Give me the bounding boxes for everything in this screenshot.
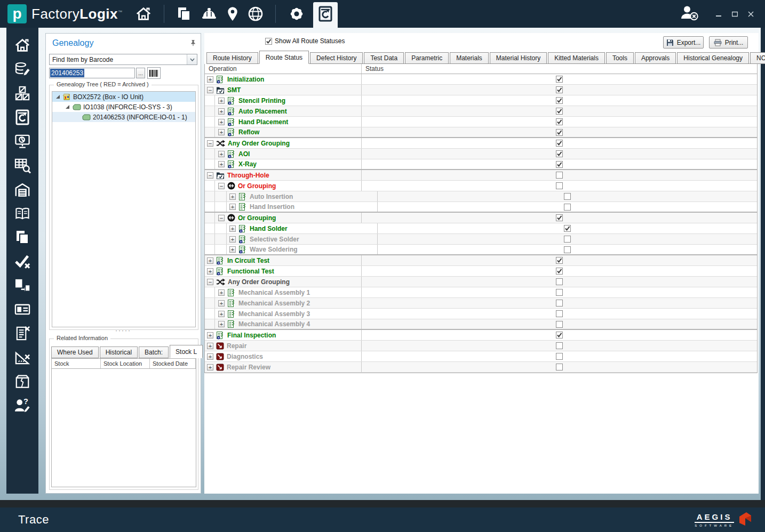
status-checkbox[interactable] bbox=[564, 246, 571, 253]
status-checkbox[interactable] bbox=[556, 257, 563, 264]
status-checkbox[interactable] bbox=[564, 225, 571, 232]
table-row[interactable]: +Mechanical Assembly 4 bbox=[205, 319, 757, 330]
table-row[interactable]: +Mechanical Assembly 3 bbox=[205, 309, 757, 319]
sidebar-item-home[interactable] bbox=[6, 33, 38, 57]
expander-expand-icon[interactable]: + bbox=[218, 98, 225, 104]
expander-expand-icon[interactable]: + bbox=[207, 268, 213, 275]
table-row[interactable]: −Or Grouping bbox=[205, 181, 757, 191]
sidebar-item-ask-expert[interactable]: ? bbox=[6, 393, 38, 417]
table-row[interactable]: +Repair Review bbox=[205, 362, 757, 373]
related-tab-historical[interactable]: Historical bbox=[100, 346, 138, 358]
sidebar-item-table-search[interactable] bbox=[6, 153, 38, 177]
table-row[interactable]: −Any Order Grouping bbox=[205, 138, 757, 149]
table-row[interactable]: −Or Grouping bbox=[205, 213, 757, 223]
pin-icon[interactable] bbox=[190, 39, 196, 49]
table-row[interactable]: +Diagnostics bbox=[205, 351, 757, 362]
table-row[interactable]: +Functional Test bbox=[205, 266, 757, 277]
sidebar-item-verify[interactable] bbox=[6, 249, 38, 273]
browse-button[interactable]: ... bbox=[136, 68, 145, 78]
status-checkbox[interactable] bbox=[556, 108, 563, 115]
print-button[interactable]: Print... bbox=[709, 36, 748, 49]
status-checkbox[interactable] bbox=[556, 310, 563, 317]
status-checkbox[interactable] bbox=[564, 193, 571, 200]
table-row[interactable]: +Final Inspection bbox=[205, 330, 757, 341]
scan-barcode-button[interactable] bbox=[147, 67, 161, 79]
table-row[interactable]: +X-Ray bbox=[205, 159, 757, 170]
status-checkbox[interactable] bbox=[556, 278, 563, 285]
sidebar-item-id-card[interactable] bbox=[6, 297, 38, 321]
gear-icon[interactable] bbox=[288, 5, 305, 22]
status-checkbox[interactable] bbox=[556, 161, 563, 168]
related-tab-batch-[interactable]: Batch: bbox=[139, 346, 169, 358]
tab-kitted-materials[interactable]: Kitted Materials bbox=[548, 52, 605, 64]
tab-material-history[interactable]: Material History bbox=[490, 52, 547, 64]
export-button[interactable]: Export... bbox=[663, 36, 704, 49]
expander-collapse-icon[interactable]: − bbox=[207, 87, 213, 93]
tree-expander-icon[interactable] bbox=[65, 104, 70, 109]
expander-collapse-icon[interactable]: − bbox=[218, 183, 225, 189]
tree-item[interactable]: IO1038 (INFORCE-IO-SYS - 3) bbox=[52, 102, 195, 112]
hardhat-icon[interactable] bbox=[201, 7, 217, 21]
expander-expand-icon[interactable]: + bbox=[218, 311, 225, 317]
table-row[interactable]: −SMT bbox=[205, 85, 757, 95]
expander-expand-icon[interactable]: + bbox=[229, 236, 236, 243]
table-row[interactable]: +AOI bbox=[205, 149, 757, 159]
expander-expand-icon[interactable]: + bbox=[218, 119, 225, 125]
expander-expand-icon[interactable]: + bbox=[229, 246, 236, 253]
related-tab-stock-l[interactable]: Stock L bbox=[170, 345, 203, 358]
panel-splitter[interactable]: ····· bbox=[46, 328, 201, 333]
expander-expand-icon[interactable]: + bbox=[218, 129, 225, 135]
sidebar-item-transfer[interactable] bbox=[6, 273, 38, 297]
status-checkbox[interactable] bbox=[556, 332, 563, 338]
table-row[interactable]: −Any Order Grouping bbox=[205, 277, 757, 287]
status-checkbox[interactable] bbox=[556, 353, 563, 360]
sidebar-item-warehouse[interactable] bbox=[6, 177, 38, 201]
tab-defect-history[interactable]: Defect History bbox=[310, 52, 363, 64]
expander-expand-icon[interactable]: + bbox=[207, 76, 213, 83]
tab-historical-genealogy[interactable]: Historical Genealogy bbox=[677, 52, 749, 64]
status-checkbox[interactable] bbox=[556, 364, 563, 370]
status-checkbox[interactable] bbox=[556, 289, 563, 296]
tab-test-data[interactable]: Test Data bbox=[364, 52, 404, 64]
sidebar-item-data-edit[interactable] bbox=[6, 57, 38, 81]
tab-route-status[interactable]: Route Status bbox=[259, 51, 309, 64]
tab-approvals[interactable]: Approvals bbox=[635, 52, 676, 64]
map-pin-icon[interactable] bbox=[227, 6, 238, 22]
tab-ncr-history[interactable]: NCR History bbox=[750, 52, 765, 64]
status-checkbox[interactable] bbox=[556, 321, 563, 328]
expander-expand-icon[interactable]: + bbox=[218, 151, 225, 157]
expander-expand-icon[interactable]: + bbox=[229, 194, 236, 200]
table-row[interactable]: +Reflow bbox=[205, 127, 757, 138]
sidebar-item-dashboard[interactable] bbox=[6, 129, 38, 153]
maximize-button[interactable] bbox=[729, 8, 740, 20]
table-row[interactable]: +Mechanical Assembly 2 bbox=[205, 298, 757, 309]
expander-expand-icon[interactable]: + bbox=[218, 108, 225, 115]
sidebar-item-trace-book[interactable] bbox=[6, 105, 38, 129]
related-tab-where-used[interactable]: Where Used bbox=[51, 346, 99, 358]
status-checkbox[interactable] bbox=[556, 342, 563, 349]
expander-expand-icon[interactable]: + bbox=[229, 204, 236, 210]
expander-expand-icon[interactable]: + bbox=[218, 300, 225, 307]
user-logout-icon[interactable] bbox=[680, 5, 699, 23]
status-checkbox[interactable] bbox=[556, 129, 563, 136]
table-row[interactable]: +Hand Solder bbox=[205, 223, 757, 234]
status-checkbox[interactable] bbox=[556, 76, 563, 83]
expander-collapse-icon[interactable]: − bbox=[207, 140, 213, 147]
sidebar-item-damaged-box[interactable] bbox=[6, 369, 38, 393]
tab-tools[interactable]: Tools bbox=[606, 52, 634, 64]
sidebar-item-measure[interactable] bbox=[6, 345, 38, 369]
status-checkbox[interactable] bbox=[556, 86, 563, 93]
expander-expand-icon[interactable]: + bbox=[218, 321, 225, 327]
expander-expand-icon[interactable]: + bbox=[218, 161, 225, 167]
status-checkbox[interactable] bbox=[556, 172, 563, 179]
home-icon[interactable] bbox=[136, 6, 152, 21]
expander-expand-icon[interactable]: + bbox=[207, 343, 213, 349]
expander-collapse-icon[interactable]: − bbox=[207, 279, 213, 285]
table-row[interactable]: +Hand Placement bbox=[205, 117, 757, 127]
table-row[interactable]: −Through-Hole bbox=[205, 170, 757, 181]
status-checkbox[interactable] bbox=[556, 214, 563, 221]
sidebar-item-documents[interactable] bbox=[6, 225, 38, 249]
expander-collapse-icon[interactable]: − bbox=[207, 172, 213, 179]
tab-parametric[interactable]: Parametric bbox=[405, 52, 449, 64]
table-row[interactable]: +Auto Placement bbox=[205, 106, 757, 117]
